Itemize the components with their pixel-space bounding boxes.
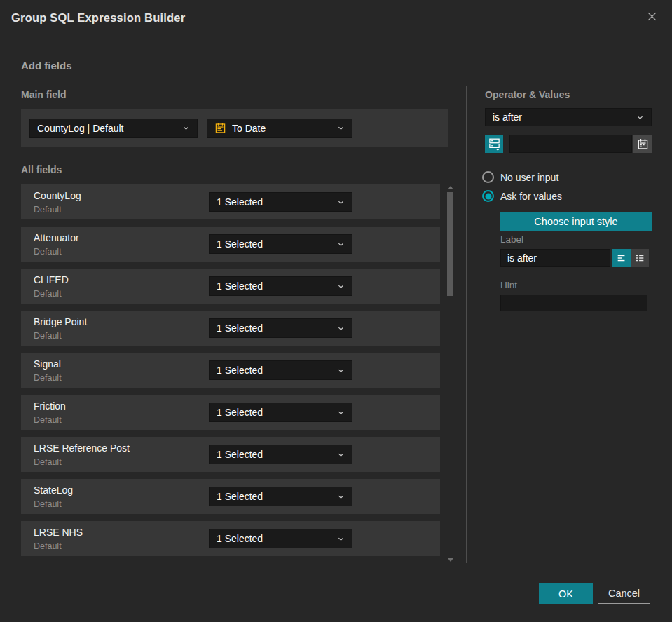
stacked-values-icon — [488, 137, 501, 151]
align-left-icon — [616, 252, 627, 264]
field-selection-dropdown[interactable]: 1 Selected — [209, 360, 352, 380]
field-selection-dropdown[interactable]: 1 Selected — [209, 234, 352, 254]
field-name: StateLog — [34, 485, 209, 496]
all-fields-list: CountyLog Default 1 Selected Attenuator … — [21, 184, 440, 563]
dropdown-value: 1 Selected — [217, 533, 331, 544]
field-selection-dropdown[interactable]: 1 Selected — [209, 192, 352, 212]
chevron-down-icon — [337, 124, 345, 132]
date-picker-button[interactable] — [633, 135, 652, 153]
main-field-heading: Main field — [21, 89, 67, 100]
field-subtitle: Default — [34, 373, 209, 383]
calendar-icon — [214, 122, 226, 134]
field-row-lrse-reference-post: LRSE Reference Post Default 1 Selected — [21, 437, 440, 472]
field-name: LRSE NHS — [34, 527, 209, 538]
radio-label: No user input — [500, 172, 558, 183]
main-field-type-dropdown[interactable]: To Date — [207, 119, 352, 138]
scrollbar-up-arrow-icon[interactable] — [448, 186, 453, 189]
field-name: Bridge Point — [34, 316, 209, 327]
operator-dropdown-value: is after — [493, 111, 631, 123]
chevron-down-icon — [337, 493, 345, 501]
main-field-dropdown-value: CountyLog | Default — [37, 123, 177, 134]
field-selection-dropdown[interactable]: 1 Selected — [209, 487, 352, 506]
scrollbar-down-arrow-icon[interactable] — [448, 558, 453, 562]
field-name: LRSE Reference Post — [34, 442, 209, 454]
radio-label: Ask for values — [500, 191, 562, 202]
field-subtitle: Default — [34, 541, 209, 551]
list-icon — [634, 252, 645, 264]
chevron-down-icon — [337, 535, 345, 543]
field-row-bridge-point: Bridge Point Default 1 Selected — [21, 311, 440, 346]
calendar-icon — [637, 138, 649, 150]
dropdown-value: 1 Selected — [217, 449, 331, 460]
field-row-clifed: CLIFED Default 1 Selected — [21, 269, 440, 304]
field-selection-dropdown[interactable]: 1 Selected — [209, 529, 352, 548]
cancel-button[interactable]: Cancel — [598, 583, 650, 604]
label-input[interactable] — [500, 249, 610, 267]
radio-no-user-input[interactable]: No user input — [482, 171, 558, 183]
field-row-friction: Friction Default 1 Selected — [21, 395, 440, 430]
field-name: CLIFED — [34, 274, 209, 285]
radio-checked-icon — [482, 190, 494, 202]
field-row-attenuator: Attenuator Default 1 Selected — [21, 227, 440, 262]
dialog-header: Group SQL Expression Builder — [0, 0, 672, 36]
operator-dropdown[interactable]: is after — [485, 108, 652, 126]
list-style-button[interactable] — [631, 249, 649, 267]
scrollbar-thumb[interactable] — [447, 192, 453, 296]
dropdown-value: 1 Selected — [217, 365, 331, 376]
chevron-down-icon — [337, 283, 345, 290]
field-subtitle: Default — [34, 247, 209, 257]
close-icon — [645, 10, 659, 26]
field-selection-dropdown[interactable]: 1 Selected — [209, 445, 352, 464]
group-sql-expression-builder-dialog: Group SQL Expression Builder Add fields … — [0, 0, 672, 622]
field-subtitle: Default — [34, 205, 209, 215]
field-subtitle: Default — [34, 499, 209, 509]
dropdown-value: 1 Selected — [217, 280, 331, 292]
ok-button[interactable]: OK — [539, 583, 593, 604]
field-row-statelog: StateLog Default 1 Selected — [21, 479, 440, 514]
label-input-row — [500, 249, 649, 267]
chevron-down-icon — [337, 198, 345, 206]
field-row-lrse-nhs: LRSE NHS Default 1 Selected — [21, 521, 440, 556]
chevron-down-icon — [337, 409, 345, 417]
dialog-title: Group SQL Expression Builder — [11, 11, 185, 25]
field-subtitle: Default — [34, 415, 209, 425]
field-subtitle: Default — [34, 331, 209, 341]
dropdown-value: 1 Selected — [217, 196, 331, 208]
chevron-down-icon — [337, 325, 345, 332]
field-selection-dropdown[interactable]: 1 Selected — [209, 276, 352, 296]
label-caption: Label — [500, 234, 523, 245]
dropdown-value: 1 Selected — [217, 491, 331, 502]
add-fields-heading: Add fields — [21, 60, 72, 72]
field-subtitle: Default — [34, 457, 209, 467]
chevron-down-icon — [636, 114, 644, 121]
radio-unchecked-icon — [482, 171, 494, 183]
dropdown-value: 1 Selected — [217, 407, 331, 418]
chevron-down-icon — [337, 451, 345, 459]
main-field-panel: CountyLog | Default To Date — [21, 109, 448, 147]
hint-input[interactable] — [500, 295, 647, 311]
close-button[interactable] — [643, 9, 661, 27]
field-selection-dropdown[interactable]: 1 Selected — [209, 318, 352, 338]
panel-divider — [466, 86, 467, 563]
field-name: CountyLog — [34, 190, 209, 201]
main-field-type-dropdown-value: To Date — [232, 123, 331, 134]
field-name: Friction — [34, 400, 209, 412]
main-field-dropdown[interactable]: CountyLog | Default — [29, 119, 198, 138]
field-name: Signal — [34, 358, 209, 370]
choose-input-style-button[interactable]: Choose input style — [500, 212, 652, 231]
dropdown-value: 1 Selected — [217, 323, 331, 334]
dropdown-value: 1 Selected — [217, 238, 331, 250]
list-scrollbar[interactable] — [445, 184, 456, 563]
field-subtitle: Default — [34, 289, 209, 299]
value-list-button[interactable] — [485, 135, 503, 153]
single-line-style-button[interactable] — [612, 249, 631, 267]
hint-caption: Hint — [500, 280, 517, 290]
radio-ask-for-values[interactable]: Ask for values — [482, 190, 562, 202]
field-row-countylog: CountyLog Default 1 Selected — [21, 184, 440, 219]
value-input[interactable] — [509, 135, 632, 153]
value-input-row — [485, 135, 652, 153]
chevron-down-icon — [337, 241, 345, 248]
chevron-down-icon — [337, 367, 345, 374]
field-selection-dropdown[interactable]: 1 Selected — [209, 403, 352, 422]
operator-values-heading: Operator & Values — [485, 89, 570, 100]
